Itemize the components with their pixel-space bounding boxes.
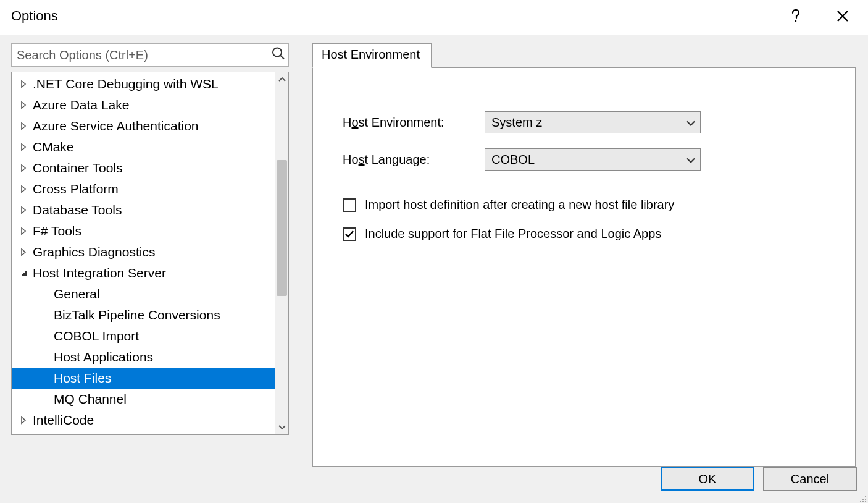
options-tree-panel: .NET Core Debugging with WSLAzure Data L… (11, 72, 289, 435)
tree-item[interactable]: Azure Data Lake (12, 95, 275, 116)
svg-point-5 (860, 501, 861, 502)
cancel-button[interactable]: Cancel (763, 467, 857, 491)
row-host-language: Host Language: COBOL (343, 148, 830, 171)
arrow-collapsed-icon[interactable] (18, 80, 29, 88)
checkbox-label: Import host definition after creating a … (365, 198, 674, 212)
search-input[interactable] (11, 43, 289, 67)
tree-item-label: Graphics Diagnostics (33, 245, 155, 260)
tree-item[interactable]: Container Tools (12, 158, 275, 179)
tree-item-label: Container Tools (33, 161, 123, 175)
tree-item[interactable]: Host Files (12, 368, 275, 389)
tree-item[interactable]: CMake (12, 137, 275, 158)
tree-item-label: Host Integration Server (33, 266, 166, 281)
tree-item[interactable]: MQ Channel (12, 389, 275, 410)
tree-item-label: CMake (33, 140, 74, 154)
tree-item-label: BizTalk Pipeline Conversions (54, 308, 220, 323)
tree-item[interactable]: Graphics Diagnostics (12, 242, 275, 263)
tree-item-label: IntelliCode (33, 413, 94, 428)
search-container (11, 43, 289, 67)
arrow-collapsed-icon[interactable] (18, 143, 29, 151)
tab-host-environment[interactable]: Host Environment (312, 43, 432, 68)
tree-item-label: Cross Platform (33, 182, 119, 197)
svg-point-7 (865, 501, 866, 502)
dialog-buttons: OK Cancel (661, 467, 857, 491)
tree-item-label: Host Applications (54, 350, 153, 365)
tree-item-label: Azure Service Authentication (33, 119, 199, 133)
arrow-collapsed-icon[interactable] (18, 101, 29, 109)
tree-item-label: F# Tools (33, 224, 81, 239)
tree-item-label: Azure Data Lake (33, 98, 129, 112)
tree-item[interactable]: Azure Service Authentication (12, 116, 275, 137)
close-icon (837, 10, 849, 22)
dialog-body: .NET Core Debugging with WSLAzure Data L… (0, 35, 868, 503)
arrow-expanded-icon[interactable] (18, 269, 29, 277)
arrow-collapsed-icon[interactable] (18, 185, 29, 193)
select-host-environment-value: System z (485, 111, 701, 133)
close-button[interactable] (828, 5, 857, 27)
scroll-down-button[interactable] (275, 421, 288, 434)
help-button[interactable] (782, 5, 810, 27)
checkbox-box[interactable] (343, 227, 356, 241)
arrow-collapsed-icon[interactable] (18, 416, 29, 425)
tree-item[interactable]: General (12, 284, 275, 305)
tree-item-label: Host Files (54, 371, 111, 386)
tree-item-label: COBOL Import (54, 329, 139, 344)
tree-item[interactable]: F# Tools (12, 221, 275, 242)
settings-panel: Host Environment Host Environment: Syste… (312, 43, 856, 467)
label-host-language: Host Language: (343, 153, 485, 167)
tab-page: Host Environment: System z Host Language… (312, 67, 856, 467)
svg-point-2 (865, 496, 866, 497)
select-host-language[interactable]: COBOL (485, 148, 701, 171)
svg-point-3 (862, 499, 864, 500)
checkbox-import-host-definition[interactable]: Import host definition after creating a … (343, 198, 830, 212)
options-tree[interactable]: .NET Core Debugging with WSLAzure Data L… (12, 72, 275, 434)
select-host-environment[interactable]: System z (485, 111, 701, 133)
scroll-thumb[interactable] (277, 160, 287, 296)
resize-grip[interactable] (857, 492, 867, 502)
arrow-collapsed-icon[interactable] (18, 248, 29, 256)
tab-bar: Host Environment (312, 43, 856, 68)
tree-item[interactable]: Host Applications (12, 347, 275, 368)
tree-item[interactable]: BizTalk Pipeline Conversions (12, 305, 275, 326)
tree-item-label: Database Tools (33, 203, 122, 218)
arrow-collapsed-icon[interactable] (18, 164, 29, 172)
tree-item-label: .NET Core Debugging with WSL (33, 77, 219, 91)
tree-scrollbar[interactable] (275, 72, 288, 434)
tree-item[interactable]: COBOL Import (12, 326, 275, 347)
checkbox-label: Include support for Flat File Processor … (365, 227, 661, 241)
arrow-collapsed-icon[interactable] (18, 227, 29, 235)
title-bar: Options (0, 0, 868, 35)
tree-item-label: General (54, 287, 100, 302)
tree-item[interactable]: Host Integration Server (12, 263, 275, 284)
checkbox-flat-file-support[interactable]: Include support for Flat File Processor … (343, 227, 830, 241)
tree-item[interactable]: .NET Core Debugging with WSL (12, 74, 275, 95)
ok-button[interactable]: OK (661, 467, 754, 491)
scroll-up-button[interactable] (275, 72, 288, 86)
tree-item[interactable]: Database Tools (12, 200, 275, 221)
window-title: Options (11, 8, 763, 24)
tree-item-label: MQ Channel (54, 392, 127, 407)
row-host-environment: Host Environment: System z (343, 111, 830, 133)
label-host-environment: Host Environment: (343, 116, 485, 130)
arrow-collapsed-icon[interactable] (18, 122, 29, 130)
tree-item[interactable]: Cross Platform (12, 179, 275, 200)
svg-point-4 (865, 499, 866, 500)
scroll-track[interactable] (275, 86, 288, 421)
checkbox-box[interactable] (343, 198, 356, 212)
question-icon (791, 9, 800, 23)
tree-item[interactable]: IntelliCode (12, 410, 275, 431)
arrow-collapsed-icon[interactable] (18, 206, 29, 214)
svg-point-6 (862, 501, 864, 502)
select-host-language-value: COBOL (485, 148, 701, 171)
